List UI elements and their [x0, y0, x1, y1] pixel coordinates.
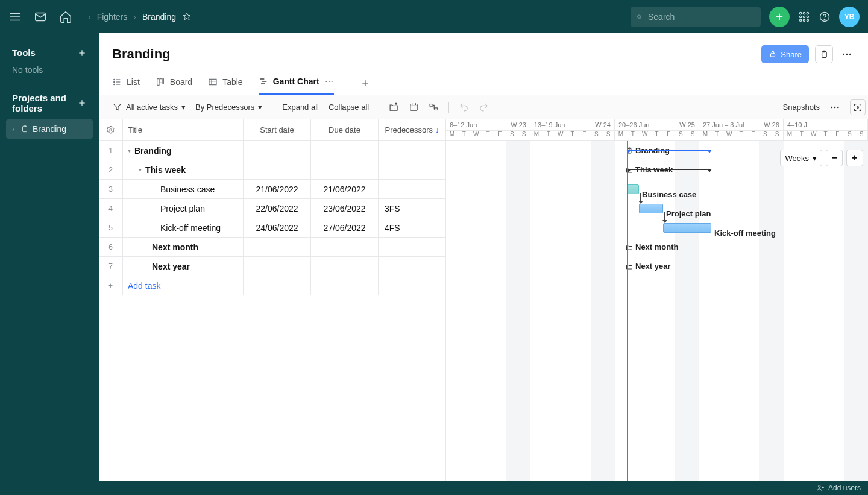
breadcrumb-item-active[interactable]: Branding: [142, 12, 176, 22]
svg-point-18: [824, 19, 825, 20]
timeline-pane[interactable]: 6–12 JunW 23MTWTFSS 13–19 JunW 24MTWTFSS…: [446, 119, 868, 481]
gantt-bar-business-case[interactable]: Business case: [627, 184, 639, 194]
clipboard-button[interactable]: [815, 45, 833, 63]
chevron-down-icon: ▾: [181, 102, 186, 112]
table-row[interactable]: 2 ▾This week: [99, 160, 445, 180]
search-box[interactable]: [631, 7, 761, 27]
sort-dropdown[interactable]: By Predecessors ▾: [195, 102, 262, 112]
sidebar-item-label: Branding: [33, 124, 66, 134]
gantt-bar-project-plan[interactable]: Project plan: [639, 204, 663, 213]
svg-point-46: [326, 81, 327, 82]
settings-icon[interactable]: [99, 119, 123, 140]
table-row[interactable]: 7 Next year: [99, 257, 445, 276]
calendar-icon[interactable]: [409, 102, 419, 112]
folder-icon[interactable]: [389, 102, 399, 112]
svg-rect-58: [435, 108, 438, 110]
add-project-button[interactable]: [77, 98, 87, 108]
svg-point-61: [837, 106, 839, 108]
table-row[interactable]: 6 Next month: [99, 238, 445, 257]
zoom-out-button[interactable]: −: [826, 150, 843, 166]
gantt-bar-kickoff[interactable]: Kick-off meeting: [663, 223, 711, 233]
gantt-icon: [259, 77, 268, 86]
chevron-down-icon[interactable]: ▾: [128, 147, 131, 154]
home-icon[interactable]: [59, 10, 72, 24]
app-header: › Fighters › Branding YB: [0, 0, 868, 33]
avatar[interactable]: YB: [839, 7, 860, 27]
more-icon[interactable]: [829, 102, 840, 113]
svg-point-14: [800, 19, 802, 21]
add-view-button[interactable]: [360, 78, 370, 88]
snapshots-button[interactable]: Snapshots: [783, 102, 820, 112]
chevron-down-icon: ▾: [258, 102, 262, 112]
col-start-header[interactable]: Start date: [244, 119, 311, 140]
svg-point-36: [114, 84, 115, 84]
gantt-summary-next-month[interactable]: Next month: [626, 242, 679, 251]
add-users-button[interactable]: Add users: [828, 484, 861, 492]
svg-point-9: [803, 12, 805, 14]
table-row[interactable]: 5 Kick-off meeting 24/06/202227/06/20224…: [99, 218, 445, 238]
zoom-in-button[interactable]: +: [846, 150, 863, 166]
gantt-summary-next-year[interactable]: Next year: [626, 262, 671, 271]
tab-options-icon[interactable]: [324, 77, 334, 86]
svg-rect-38: [160, 79, 162, 83]
more-icon[interactable]: [839, 49, 855, 60]
tab-list[interactable]: List: [112, 72, 140, 94]
svg-point-47: [329, 81, 330, 82]
add-tool-button[interactable]: [77, 48, 87, 58]
sidebar-tools-header: Tools: [12, 48, 36, 58]
svg-point-48: [331, 81, 332, 82]
help-icon[interactable]: [819, 11, 831, 23]
svg-point-28: [843, 54, 844, 55]
add-task-row[interactable]: + Add task: [99, 276, 445, 295]
sort-arrow-icon: ↓: [435, 125, 439, 134]
svg-rect-39: [163, 79, 163, 84]
svg-rect-57: [430, 104, 433, 107]
svg-point-16: [807, 19, 808, 21]
svg-rect-37: [157, 79, 159, 86]
col-due-header[interactable]: Due date: [311, 119, 379, 140]
focus-icon[interactable]: [850, 99, 866, 115]
task-grid: Title Start date Due date Predecessors↓ …: [99, 119, 446, 481]
table-row[interactable]: 3 Business case 21/06/202221/06/2022: [99, 180, 445, 199]
dependency-icon[interactable]: [429, 102, 439, 112]
table-row[interactable]: 1 ▾Branding: [99, 141, 445, 160]
chevron-down-icon[interactable]: ▾: [139, 166, 142, 173]
add-button[interactable]: [769, 7, 790, 27]
svg-point-35: [114, 81, 115, 82]
search-input[interactable]: [647, 11, 755, 22]
breadcrumb-item[interactable]: Fighters: [97, 12, 128, 22]
page-title: Branding: [112, 46, 171, 62]
sidebar-item-branding[interactable]: › Branding: [6, 119, 93, 139]
breadcrumb: › Fighters › Branding: [88, 12, 192, 22]
table-row[interactable]: 4 Project plan 22/06/202223/06/20223FS: [99, 199, 445, 218]
no-tools-label: No tools: [6, 61, 93, 78]
filter-dropdown[interactable]: All active tasks ▾: [112, 102, 186, 112]
tab-gantt[interactable]: Gantt Chart: [259, 72, 334, 95]
app-footer: Add users: [0, 481, 868, 495]
col-title-header[interactable]: Title: [123, 119, 244, 140]
mail-icon[interactable]: [34, 10, 47, 24]
redo-button[interactable]: [479, 102, 489, 112]
svg-rect-53: [410, 104, 417, 111]
expand-all-button[interactable]: Expand all: [282, 102, 319, 112]
share-button[interactable]: Share: [761, 45, 809, 63]
undo-button[interactable]: [459, 102, 469, 112]
table-icon: [208, 77, 218, 87]
collapse-all-button[interactable]: Collapse all: [329, 102, 369, 112]
apps-icon[interactable]: [798, 11, 810, 23]
hamburger-icon[interactable]: [8, 10, 22, 24]
filter-icon: [112, 102, 122, 112]
tab-table[interactable]: Table: [208, 72, 242, 94]
svg-line-5: [640, 17, 641, 19]
svg-rect-40: [209, 79, 216, 84]
pin-icon[interactable]: [182, 12, 192, 22]
zoom-select[interactable]: Weeks▾: [780, 150, 823, 166]
col-pred-header[interactable]: Predecessors↓: [379, 119, 445, 140]
svg-marker-51: [114, 104, 121, 110]
svg-point-30: [849, 54, 851, 55]
add-users-icon[interactable]: [816, 484, 825, 492]
board-icon: [156, 77, 165, 87]
tab-board[interactable]: Board: [156, 72, 192, 94]
svg-rect-3: [36, 13, 46, 20]
chevron-right-icon: ›: [10, 125, 17, 133]
